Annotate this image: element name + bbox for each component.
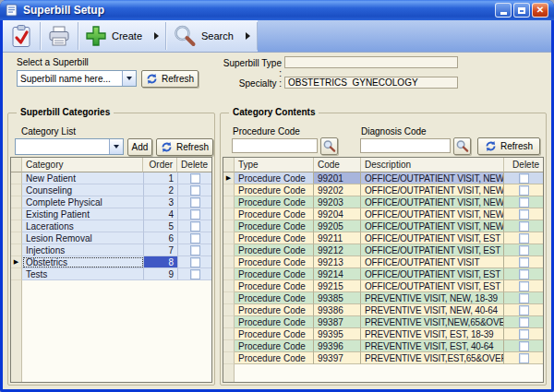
categories-refresh-button[interactable]: Refresh bbox=[156, 138, 213, 156]
table-row[interactable]: ▶Procedure Code99201OFFICE/OUTPATIENT VI… bbox=[223, 172, 543, 184]
description-cell[interactable]: OFFICE/OUTPATIENT VISIT bbox=[361, 256, 504, 268]
type-cell[interactable]: Procedure Code bbox=[235, 256, 314, 268]
category-cell[interactable]: Complete Physical bbox=[22, 196, 144, 208]
code-cell[interactable]: 99213 bbox=[314, 256, 361, 268]
row-selector[interactable] bbox=[223, 292, 235, 304]
superbill-refresh-button[interactable]: Refresh bbox=[141, 70, 199, 88]
description-cell[interactable]: OFFICE/OUTPATIENT VISIT, NEW bbox=[361, 208, 504, 220]
row-selector[interactable] bbox=[223, 220, 235, 232]
delete-cell[interactable] bbox=[178, 196, 211, 208]
code-column-header[interactable]: Code bbox=[314, 158, 361, 172]
delete-checkbox[interactable] bbox=[519, 269, 529, 279]
code-cell[interactable]: 99396 bbox=[314, 340, 361, 352]
type-cell[interactable]: Procedure Code bbox=[235, 220, 314, 232]
delete-checkbox[interactable] bbox=[190, 185, 200, 196]
table-row[interactable]: Procedure Code99396PREVENTIVE VISIT, EST… bbox=[223, 340, 543, 352]
delete-checkbox[interactable] bbox=[519, 233, 529, 244]
delete-checkbox[interactable] bbox=[190, 173, 200, 184]
code-cell[interactable]: 99204 bbox=[314, 208, 361, 220]
table-row[interactable]: Procedure Code99214OFFICE/OUTPATIENT VIS… bbox=[223, 268, 543, 280]
order-cell[interactable]: 8 bbox=[144, 256, 178, 268]
type-cell[interactable]: Procedure Code bbox=[235, 196, 314, 208]
row-selector[interactable] bbox=[223, 244, 235, 256]
description-cell[interactable]: OFFICE/OUTPATIENT VISIT, EST bbox=[361, 268, 504, 280]
row-selector[interactable] bbox=[223, 304, 235, 316]
order-cell[interactable]: 4 bbox=[144, 208, 178, 220]
create-button[interactable]: Create bbox=[78, 20, 165, 52]
table-row[interactable]: Procedure Code99397PREVENTIVE VISIT,EST,… bbox=[223, 352, 543, 364]
category-cell[interactable]: Lacerations bbox=[22, 220, 144, 232]
maximize-button[interactable] bbox=[513, 3, 530, 18]
row-selector[interactable] bbox=[223, 184, 235, 196]
table-row[interactable]: Counseling2 bbox=[11, 184, 211, 196]
delete-cell[interactable] bbox=[504, 208, 543, 220]
save-superbill-button[interactable] bbox=[3, 20, 40, 52]
delete-checkbox[interactable] bbox=[190, 233, 200, 244]
delete-cell[interactable] bbox=[178, 256, 211, 268]
delete-checkbox[interactable] bbox=[519, 293, 529, 303]
description-cell[interactable]: OFFICE/OUTPATIENT VISIT, NEW bbox=[361, 220, 504, 232]
delete-cell[interactable] bbox=[504, 268, 543, 280]
table-row[interactable]: Procedure Code99204OFFICE/OUTPATIENT VIS… bbox=[223, 208, 543, 220]
row-selector-arrow-icon[interactable]: ▶ bbox=[223, 172, 235, 184]
type-cell[interactable]: Procedure Code bbox=[235, 208, 314, 220]
delete-checkbox[interactable] bbox=[190, 197, 200, 208]
type-cell[interactable]: Procedure Code bbox=[235, 316, 314, 328]
delete-cell[interactable] bbox=[504, 196, 543, 208]
description-cell[interactable]: PREVENTIVE VISIT,EST,65&OVER bbox=[361, 352, 504, 364]
delete-cell[interactable] bbox=[504, 280, 543, 292]
order-cell[interactable]: 3 bbox=[144, 196, 178, 208]
row-selector[interactable] bbox=[11, 220, 22, 232]
row-selector[interactable] bbox=[11, 172, 22, 184]
superbill-combobox-dropdown-button[interactable] bbox=[122, 71, 136, 86]
category-cell[interactable]: Tests bbox=[22, 268, 144, 280]
delete-checkbox[interactable] bbox=[519, 329, 529, 339]
delete-cell[interactable] bbox=[504, 256, 543, 268]
print-button[interactable] bbox=[41, 20, 78, 52]
type-cell[interactable]: Procedure Code bbox=[235, 292, 314, 304]
delete-cell[interactable] bbox=[504, 352, 543, 364]
order-cell[interactable]: 1 bbox=[144, 172, 178, 184]
description-cell[interactable]: OFFICE/OUTPATIENT VISIT, EST bbox=[361, 280, 504, 292]
delete-cell[interactable] bbox=[504, 340, 543, 352]
superbill-combobox[interactable]: Superbill name here... bbox=[17, 70, 137, 87]
add-category-button[interactable]: Add bbox=[127, 138, 152, 156]
row-selector[interactable] bbox=[223, 232, 235, 244]
delete-cell[interactable] bbox=[178, 220, 211, 232]
delete-cell[interactable] bbox=[504, 220, 543, 232]
table-row[interactable]: Procedure Code99385PREVENTIVE VISIT, NEW… bbox=[223, 292, 543, 304]
delete-cell[interactable] bbox=[504, 292, 543, 304]
row-selector[interactable] bbox=[223, 256, 235, 268]
delete-cell[interactable] bbox=[504, 304, 543, 316]
delete-cell[interactable] bbox=[504, 184, 543, 196]
delete-checkbox[interactable] bbox=[519, 341, 529, 351]
delete-checkbox[interactable] bbox=[190, 257, 200, 267]
row-selector[interactable] bbox=[223, 340, 235, 352]
category-column-header[interactable]: Category bbox=[22, 158, 143, 172]
table-row[interactable]: Procedure Code99205OFFICE/OUTPATIENT VIS… bbox=[223, 220, 543, 232]
type-cell[interactable]: Procedure Code bbox=[235, 328, 314, 340]
order-column-header[interactable]: Order bbox=[143, 158, 177, 172]
delete-cell[interactable] bbox=[504, 316, 543, 328]
row-selector[interactable] bbox=[11, 184, 22, 196]
description-cell[interactable]: PREVENTIVE VISIT, EST, 40-64 bbox=[361, 340, 504, 352]
row-selector[interactable] bbox=[11, 268, 22, 280]
row-selector[interactable] bbox=[11, 244, 22, 256]
table-row[interactable]: Procedure Code99386PREVENTIVE VISIT, NEW… bbox=[223, 304, 543, 316]
type-cell[interactable]: Procedure Code bbox=[235, 184, 314, 196]
delete-checkbox[interactable] bbox=[519, 245, 529, 255]
table-row[interactable]: Procedure Code99395PREVENTIVE VISIT, EST… bbox=[223, 328, 543, 340]
search-button[interactable]: Search bbox=[166, 20, 257, 52]
type-cell[interactable]: Procedure Code bbox=[235, 244, 314, 256]
code-cell[interactable]: 99202 bbox=[314, 184, 361, 196]
row-selector-arrow-icon[interactable]: ▶ bbox=[11, 256, 22, 268]
row-selector[interactable] bbox=[223, 208, 235, 220]
delete-cell[interactable] bbox=[178, 268, 211, 280]
description-cell[interactable]: PREVENTIVE VISIT, EST, 18-39 bbox=[361, 328, 504, 340]
delete-cell[interactable] bbox=[178, 184, 211, 196]
table-row[interactable]: Injections7 bbox=[11, 244, 211, 256]
delete-cell[interactable] bbox=[504, 244, 543, 256]
row-selector[interactable] bbox=[223, 316, 235, 328]
table-row[interactable]: Lesion Removal6 bbox=[11, 232, 211, 244]
delete-checkbox[interactable] bbox=[519, 173, 529, 184]
